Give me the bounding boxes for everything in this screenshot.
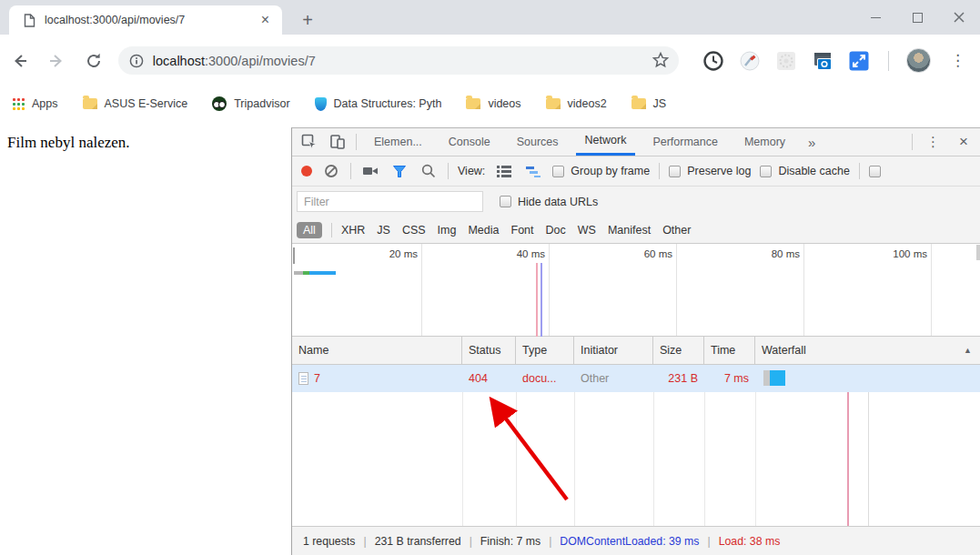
record-icon[interactable] xyxy=(301,166,312,177)
bookmark-star-icon[interactable] xyxy=(652,51,670,73)
search-icon[interactable] xyxy=(419,161,439,181)
checkbox-icon xyxy=(869,166,881,177)
tab-performance[interactable]: Performance xyxy=(643,128,727,156)
filter-pill-js[interactable]: JS xyxy=(377,224,390,237)
tab-network[interactable]: Network xyxy=(576,128,636,156)
column-header-name[interactable]: Name xyxy=(292,337,462,364)
request-table-body: 7 404 docu... Other 231 B 7 ms xyxy=(292,365,980,526)
reload-icon xyxy=(85,52,103,70)
filter-funnel-icon[interactable] xyxy=(389,161,409,181)
close-button[interactable] xyxy=(938,0,980,35)
list-view-icon[interactable] xyxy=(494,161,514,181)
checkbox-icon xyxy=(669,166,681,177)
bookmark-asus-e-service[interactable]: ASUS E-Service xyxy=(83,97,188,110)
hide-data-urls-checkbox[interactable]: Hide data URLs xyxy=(500,196,598,208)
forward-icon xyxy=(47,52,66,70)
flower-extension-icon[interactable] xyxy=(773,48,798,73)
filter-pill-doc[interactable]: Doc xyxy=(546,224,566,237)
column-header-status[interactable]: Status xyxy=(462,337,516,364)
timeline-tick: 100 ms xyxy=(873,248,927,259)
fullscreen-extension-icon[interactable] xyxy=(846,48,871,73)
devtools-menu-icon[interactable]: ⋮ xyxy=(921,134,945,150)
filter-pill-img[interactable]: Img xyxy=(438,224,457,237)
forward-button[interactable] xyxy=(45,48,70,74)
minimize-button[interactable] xyxy=(854,0,896,35)
filter-pill-other[interactable]: Other xyxy=(662,224,691,237)
bookmark-videos[interactable]: videos xyxy=(466,97,520,110)
request-name-cell[interactable]: 7 xyxy=(292,365,462,392)
devtools-close-icon[interactable]: × xyxy=(954,133,974,151)
device-toolbar-icon[interactable] xyxy=(328,132,348,152)
profile-avatar[interactable] xyxy=(906,48,931,73)
filter-input[interactable] xyxy=(297,191,483,212)
bookmark-js[interactable]: JS xyxy=(631,97,667,110)
close-icon xyxy=(954,12,965,23)
bookmark-tripadvisor[interactable]: Tripadvisor xyxy=(212,96,289,111)
tab-close-icon[interactable]: × xyxy=(258,12,273,28)
tab-elements[interactable]: Elemen... xyxy=(365,128,431,156)
new-tab-button[interactable]: + xyxy=(295,7,320,33)
request-row[interactable]: 7 404 docu... Other 231 B 7 ms xyxy=(292,365,980,392)
inspect-element-icon[interactable] xyxy=(299,132,319,152)
offline-checkbox[interactable] xyxy=(869,166,881,177)
timeline-gridline xyxy=(931,244,932,336)
tab-console[interactable]: Console xyxy=(439,128,500,156)
bookmark-apps[interactable]: Apps xyxy=(13,97,58,110)
checkbox-icon xyxy=(760,166,772,177)
folder-icon xyxy=(83,98,97,109)
url-text: localhost:3000/api/movies/7 xyxy=(153,54,316,68)
address-bar[interactable]: localhost:3000/api/movies/7 xyxy=(118,46,679,75)
request-status-cell: 404 xyxy=(462,365,516,392)
clear-icon[interactable] xyxy=(321,161,341,181)
column-header-waterfall[interactable]: Waterfall▲ xyxy=(755,337,980,364)
column-header-initiator[interactable]: Initiator xyxy=(574,337,653,364)
filter-pill-all[interactable]: All xyxy=(297,222,322,238)
column-header-type[interactable]: Type xyxy=(516,337,574,364)
filter-pill-ws[interactable]: WS xyxy=(578,224,596,237)
screenshot-extension-icon[interactable] xyxy=(810,48,834,73)
toolbar-separator xyxy=(448,163,449,179)
network-toolbar: View: Group by frame Preserve log Disabl… xyxy=(292,156,980,187)
reload-button[interactable] xyxy=(81,48,106,74)
timeline-grip[interactable] xyxy=(976,245,980,260)
checkbox-icon xyxy=(552,166,564,177)
waterfall-download-segment xyxy=(770,370,785,386)
disable-cache-checkbox[interactable]: Disable cache xyxy=(760,165,850,177)
timeline-gridline xyxy=(676,244,677,336)
devtools-tabbar: Elemen... Console Sources Network Perfor… xyxy=(292,128,980,156)
browser-toolbar: localhost:3000/api/movies/7 ⋮ xyxy=(0,35,980,86)
history-clock-icon[interactable] xyxy=(701,48,725,73)
tab-sources[interactable]: Sources xyxy=(508,128,568,156)
page-info-icon[interactable] xyxy=(129,54,144,68)
request-initiator-cell: Other xyxy=(574,365,653,392)
maximize-button[interactable] xyxy=(896,0,938,35)
filter-pill-css[interactable]: CSS xyxy=(402,224,426,237)
waterfall-request-bar xyxy=(763,370,785,386)
column-header-time[interactable]: Time xyxy=(704,337,755,364)
filter-pill-font[interactable]: Font xyxy=(511,224,534,237)
pen-extension-icon[interactable] xyxy=(737,48,762,73)
browser-tab[interactable]: localhost:3000/api/movies/7 × xyxy=(9,5,282,35)
back-button[interactable] xyxy=(7,48,33,74)
capture-screenshots-icon[interactable] xyxy=(360,161,380,181)
tab-memory[interactable]: Memory xyxy=(735,128,794,156)
column-header-size[interactable]: Size xyxy=(653,337,704,364)
summary-requests: 1 requests xyxy=(303,535,355,548)
network-overview-timeline[interactable]: 20 ms 40 ms 60 ms 80 ms 100 ms xyxy=(292,244,980,337)
document-icon xyxy=(298,372,308,385)
waterfall-view-icon[interactable] xyxy=(523,161,543,181)
preserve-log-checkbox[interactable]: Preserve log xyxy=(669,165,751,177)
more-tabs-chevron-icon[interactable]: » xyxy=(803,135,821,150)
filter-pill-manifest[interactable]: Manifest xyxy=(608,224,651,237)
bookmark-data-structures[interactable]: Data Structures: Pyth xyxy=(315,97,442,111)
browser-menu-icon[interactable]: ⋮ xyxy=(943,51,973,70)
bookmark-videos2[interactable]: videos2 xyxy=(546,97,607,110)
shield-icon xyxy=(315,97,327,111)
pill-separator xyxy=(331,223,332,237)
tabbar-separator xyxy=(356,134,357,150)
network-filter-row: Hide data URLs xyxy=(292,187,980,217)
request-size-cell: 231 B xyxy=(653,365,704,392)
group-by-frame-checkbox[interactable]: Group by frame xyxy=(552,165,650,177)
filter-pill-xhr[interactable]: XHR xyxy=(341,224,365,237)
filter-pill-media[interactable]: Media xyxy=(468,224,499,237)
